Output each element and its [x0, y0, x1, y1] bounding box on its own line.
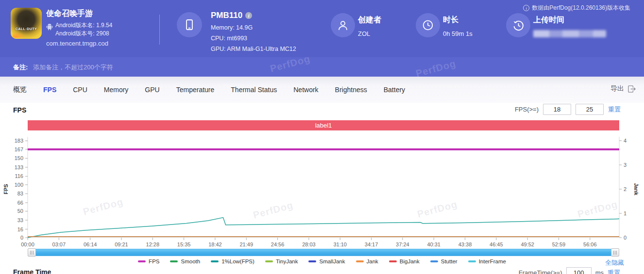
frame-time-section-title: Frame Time [13, 268, 51, 274]
range-handle-right[interactable] [611, 248, 619, 257]
legend-label: InterFrame [479, 258, 506, 264]
perfdog-report-page: i 数据由PerfDog(12.0.260136)版本收集 CALL·DUTY … [0, 0, 644, 274]
svg-text:28:03: 28:03 [302, 242, 316, 247]
svg-text:21:49: 21:49 [239, 242, 253, 247]
legend-bigjank[interactable]: BigJank [389, 258, 420, 264]
svg-text:50: 50 [17, 208, 23, 214]
export-icon [627, 85, 636, 93]
legend-label: SmallJank [319, 258, 345, 264]
tab-thermal-status[interactable]: Thermal Status [222, 86, 285, 94]
tab-fps[interactable]: FPS [35, 86, 65, 94]
tab-memory[interactable]: Memory [96, 86, 137, 94]
data-source-text: 数据由PerfDog(12.0.260136)版本收集 [532, 4, 630, 12]
svg-text:100: 100 [15, 182, 23, 188]
legend-stutter[interactable]: Stutter [430, 258, 458, 264]
svg-text:4: 4 [624, 138, 627, 144]
svg-text:18:42: 18:42 [208, 242, 222, 247]
device-model: PMB110 i [211, 11, 252, 20]
svg-text:183: 183 [15, 138, 23, 144]
header-divider [159, 15, 160, 45]
svg-text:116: 116 [15, 173, 23, 179]
app-package: com.tencent.tmgp.cod [46, 40, 108, 47]
legend-marker [170, 260, 178, 262]
note-input[interactable]: 添加备注，不超过200个字符 [33, 63, 113, 72]
legend-label: TinyJank [276, 258, 298, 264]
legend-marker [389, 260, 397, 262]
chart-legend: FPSSmooth1%Low(FPS)TinyJankSmallJankJank… [0, 258, 644, 264]
legend-label: Stutter [441, 258, 458, 264]
tab-cpu[interactable]: CPU [65, 86, 96, 94]
duration-icon-circle [416, 13, 440, 37]
range-track[interactable] [28, 249, 619, 256]
duration-label: 时长 [443, 15, 458, 25]
export-button[interactable]: 导出 [610, 84, 636, 93]
legend-smalljank[interactable]: SmallJank [308, 258, 345, 264]
svg-text:31:10: 31:10 [333, 242, 347, 247]
tab-temperature[interactable]: Temperature [168, 86, 223, 94]
creator-label: 创建者 [358, 15, 381, 25]
svg-text:167: 167 [15, 146, 23, 152]
tab-network[interactable]: Network [285, 86, 326, 94]
legend-marker [356, 260, 364, 262]
legend-marker [265, 260, 273, 262]
fps-reset-link[interactable]: 重置 [608, 105, 621, 114]
chart-range-scrollbar[interactable] [28, 248, 619, 257]
tab-bar: 概览FPSCPUMemoryGPUTemperatureThermal Stat… [0, 77, 644, 103]
fps-threshold-label: FPS(>=) [515, 106, 539, 113]
legend-fps[interactable]: FPS [138, 258, 159, 264]
svg-text:0: 0 [624, 235, 627, 241]
svg-text:15:35: 15:35 [177, 242, 191, 247]
svg-text:33: 33 [17, 217, 23, 223]
legend-label: 1%Low(FPS) [221, 258, 254, 264]
svg-text:24:56: 24:56 [271, 242, 285, 247]
fps-section-title: FPS [13, 106, 26, 114]
creator-icon-circle [331, 13, 355, 37]
person-icon [337, 19, 349, 32]
device-cpu: CPU: mt6993 [211, 35, 247, 42]
android-icon [46, 23, 53, 32]
fps-threshold-high-input[interactable] [576, 104, 604, 115]
legend-tinyjank[interactable]: TinyJank [265, 258, 298, 264]
fps-threshold-low-input[interactable] [543, 104, 571, 115]
svg-text:34:17: 34:17 [365, 242, 378, 247]
svg-text:66: 66 [17, 200, 23, 206]
creator-value: ZOL [358, 30, 370, 37]
svg-text:Jank: Jank [633, 183, 639, 195]
app-icon-text: CALL·DUTY [11, 27, 42, 31]
legend-label: Smooth [181, 258, 200, 264]
android-version-code: Android版本号: 2908 [55, 30, 109, 38]
device-memory: Memory: 14.9G [211, 24, 253, 31]
legend-marker [138, 260, 146, 262]
device-info-icon[interactable]: i [245, 12, 252, 19]
duration-value: 0h 59m 1s [443, 30, 473, 37]
svg-text:3: 3 [624, 162, 627, 168]
svg-text:83: 83 [17, 191, 23, 196]
legend-marker [468, 260, 476, 262]
svg-text:37:24: 37:24 [396, 242, 409, 247]
svg-text:150: 150 [15, 155, 23, 161]
hide-all-link[interactable]: 全隐藏 [605, 258, 624, 267]
range-handle-left[interactable] [28, 248, 36, 257]
frame-time-reset-link[interactable]: 重置 [608, 269, 620, 274]
legend-jank[interactable]: Jank [356, 258, 378, 264]
series-1%Low(FPS) [28, 218, 619, 238]
svg-text:16: 16 [17, 226, 23, 232]
tab-battery[interactable]: Battery [375, 86, 413, 94]
upload-time-label: 上传时间 [533, 15, 564, 25]
legend-smooth[interactable]: Smooth [170, 258, 200, 264]
tab-brightness[interactable]: Brightness [327, 86, 375, 94]
data-source-note: i 数据由PerfDog(12.0.260136)版本收集 [523, 4, 630, 12]
legend-1-low-fps-[interactable]: 1%Low(FPS) [211, 258, 254, 264]
frame-time-threshold-input[interactable] [566, 267, 592, 274]
info-icon: i [523, 5, 529, 11]
history-clock-icon [512, 19, 525, 32]
tab-概览[interactable]: 概览 [5, 85, 35, 94]
legend-interframe[interactable]: InterFrame [468, 258, 506, 264]
svg-text:03:07: 03:07 [52, 242, 66, 247]
upload-time-redacted-value [533, 30, 606, 37]
svg-text:09:21: 09:21 [115, 242, 128, 247]
svg-text:133: 133 [15, 164, 23, 170]
app-name: 使命召唤手游 [46, 9, 93, 19]
tab-gpu[interactable]: GPU [136, 86, 168, 94]
android-version-name: Android版本名: 1.9.54 [55, 21, 112, 30]
